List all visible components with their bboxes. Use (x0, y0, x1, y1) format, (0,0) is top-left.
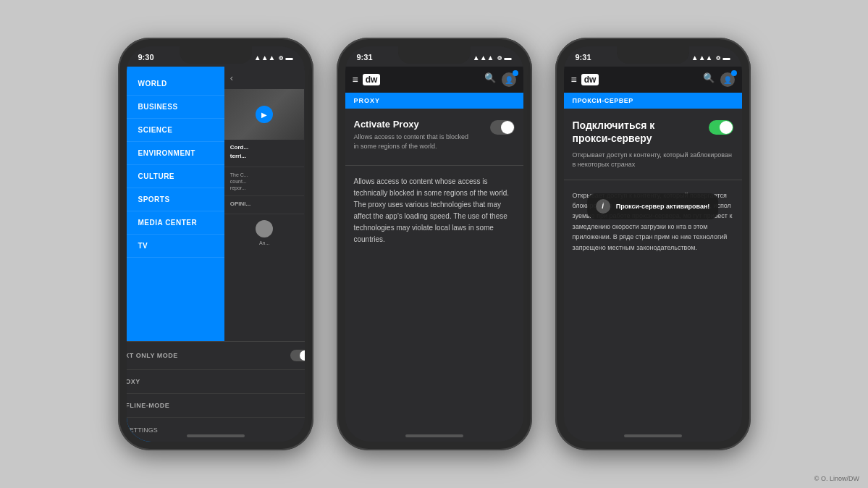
dw-wordmark-3: dw (581, 74, 599, 85)
home-indicator-2 (405, 434, 463, 437)
offline-mode-label: OFFLINE-MODE (127, 402, 170, 409)
sidebar-item-environment[interactable]: ENVIRONMENT (127, 142, 224, 165)
ru-proxy-title: Подключиться к прокси-серверу (573, 119, 709, 145)
phone-1-screen: 9:30 ▲▲▲ ⌾ ▬ WORLD BUSINESS SCIENCE ENVI… (127, 46, 305, 442)
signal-icon: ▲▲▲ (254, 54, 276, 62)
avatar-badge-2 (513, 70, 518, 76)
news-title-1: Cord... (230, 144, 299, 151)
ru-proxy-subtitle: Открывает доступ к контенту, который заб… (573, 151, 733, 169)
ru-proxy-content: Подключиться к прокси-серверу Открывает … (564, 109, 742, 263)
sidebar: WORLD BUSINESS SCIENCE ENVIRONMENT CULTU… (127, 67, 305, 442)
avatar-icon-2[interactable]: 👤 (502, 72, 516, 87)
sidebar-item-business[interactable]: BUSINESS (127, 96, 224, 119)
status-icons-1: ▲▲▲ ⌾ ▬ (254, 54, 293, 62)
news-item-2: The C... count... repor... (224, 167, 305, 196)
news-sub-2b: count... (230, 178, 299, 185)
signal-icon-3: ▲▲▲ (691, 54, 713, 62)
news-title-1b: terri... (230, 153, 299, 160)
text-only-mode-item[interactable]: TEXT ONLY MODE (127, 342, 305, 370)
ru-proxy-bar: ПРОКСИ-СЕРВЕР (564, 93, 742, 109)
home-indicator-3 (624, 434, 682, 437)
wifi-icon-2: ⌾ (497, 54, 502, 62)
dw-logo-3: ≡ dw (571, 74, 599, 85)
news-sub-2c: repor... (230, 185, 299, 191)
wifi-icon: ⌾ (279, 54, 283, 62)
sidebar-video-thumb: ▶ (224, 89, 305, 140)
dw-header-icons-3: 🔍 👤 (703, 72, 735, 87)
status-icons-3: ▲▲▲ ⌾ ▬ (691, 54, 730, 62)
search-icon-3[interactable]: 🔍 (703, 72, 715, 87)
text-only-mode-label: TEXT ONLY MODE (127, 352, 178, 359)
sidebar-item-sports[interactable]: SPORTS (127, 188, 224, 211)
avatar-icon-3[interactable]: 👤 (720, 72, 735, 87)
proxy-subtitle: Allows access to content that is blocked… (354, 132, 470, 151)
settings-label: ⚙ SETTINGS (127, 426, 158, 434)
proxy-item[interactable]: PROXY (127, 370, 305, 394)
dw-header-2: ≡ dw 🔍 👤 (345, 67, 523, 93)
ru-proxy-toggle[interactable] (709, 120, 733, 135)
time-3: 9:31 (576, 53, 591, 62)
text-only-mode-toggle[interactable] (290, 350, 305, 361)
sidebar-item-science[interactable]: SCIENCE (127, 119, 224, 142)
dw-logo-2: ≡ dw (353, 74, 381, 85)
news-sub-2: The C... (230, 172, 299, 178)
news-item-1: Cord... terri... (224, 140, 305, 167)
sidebar-item-culture[interactable]: CULTURE (127, 165, 224, 188)
avatar-section: An... (224, 214, 305, 248)
sidebar-right: ‹ ▶ Cord... terri... The C... count... (224, 67, 305, 442)
activate-proxy-row: Activate Proxy Allows access to content … (354, 119, 515, 161)
phone-3: 9:31 ▲▲▲ ⌾ ▬ ≡ dw 🔍 👤 (555, 38, 751, 450)
sidebar-item-tv[interactable]: TV (127, 235, 224, 258)
hamburger-icon-3[interactable]: ≡ (571, 74, 577, 85)
toast-notification: i Прокси-сервер активирован! (587, 193, 719, 219)
phone-3-screen: 9:31 ▲▲▲ ⌾ ▬ ≡ dw 🔍 👤 (564, 46, 742, 442)
info-icon: i (596, 199, 610, 214)
play-button[interactable]: ▶ (256, 106, 273, 123)
battery-icon: ▬ (286, 54, 293, 62)
phone-2-screen: 9:31 ▲▲▲ ⌾ ▬ ≡ dw 🔍 👤 (345, 46, 523, 442)
notch-1 (180, 46, 252, 64)
avatar-badge-3 (731, 70, 737, 76)
proxy-divider (345, 165, 523, 166)
activate-proxy-title: Activate Proxy (354, 119, 470, 130)
wifi-icon-3: ⌾ (716, 54, 720, 62)
sidebar-item-mediacenter[interactable]: MEDIA CENTER (127, 211, 224, 235)
home-indicator-1 (187, 434, 245, 437)
dw-wordmark-2: dw (363, 74, 381, 85)
hamburger-icon-2[interactable]: ≡ (353, 74, 358, 85)
phone-2: 9:31 ▲▲▲ ⌾ ▬ ≡ dw 🔍 👤 (337, 38, 532, 450)
ru-proxy-title-row: Подключиться к прокси-серверу (573, 119, 733, 151)
settings-item[interactable]: ⚙ SETTINGS (127, 418, 305, 442)
proxy-description: Allows access to content whose access is… (354, 176, 515, 245)
avatar-image (256, 220, 273, 237)
status-icons-2: ▲▲▲ ⌾ ▬ (473, 54, 512, 62)
dw-header-3: ≡ dw 🔍 👤 (564, 67, 742, 93)
proxy-bar: PROXY (345, 93, 523, 109)
sidebar-bottom: TEXT ONLY MODE PROXY OFFLINE-MODE ⚙ (127, 341, 305, 442)
signal-icon-2: ▲▲▲ (473, 54, 494, 62)
toast-text: Прокси-сервер активирован! (616, 203, 710, 210)
activate-proxy-left: Activate Proxy Allows access to content … (354, 119, 470, 161)
sidebar-back: ‹ (224, 67, 305, 89)
search-icon-2[interactable]: 🔍 (484, 72, 496, 87)
proxy-bar-label: PROXY (354, 97, 381, 104)
dw-header-icons-2: 🔍 👤 (484, 72, 516, 87)
back-icon: ‹ (230, 72, 233, 83)
offline-mode-item[interactable]: OFFLINE-MODE (127, 394, 305, 418)
news-item-3: OPINI... (224, 196, 305, 214)
activate-proxy-toggle[interactable] (490, 120, 515, 135)
phone-1: 9:30 ▲▲▲ ⌾ ▬ WORLD BUSINESS SCIENCE ENVI… (118, 38, 313, 450)
ru-proxy-bar-label: ПРОКСИ-СЕРВЕР (573, 97, 633, 104)
notch-2 (398, 46, 471, 64)
time-2: 9:31 (357, 53, 373, 62)
time-1: 9:30 (138, 53, 154, 62)
copyright: © O. Linow/DW (814, 475, 859, 482)
battery-icon-3: ▬ (723, 54, 730, 62)
ru-proxy-divider (564, 180, 742, 180)
proxy-label: PROXY (127, 378, 140, 385)
battery-icon-2: ▬ (505, 54, 512, 62)
proxy-content: Activate Proxy Allows access to content … (345, 109, 523, 256)
author-label: An... (230, 240, 299, 245)
sidebar-item-world[interactable]: WORLD (127, 72, 224, 96)
news-title-3: OPINI... (230, 201, 299, 208)
